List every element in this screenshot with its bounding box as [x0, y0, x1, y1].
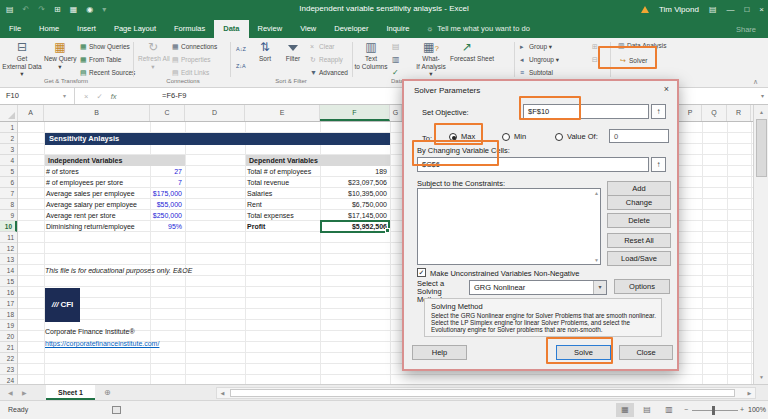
ungroup-button[interactable]: ◂Ungroup ▾ [520, 54, 559, 66]
options-button[interactable]: Options [614, 279, 670, 294]
table-row[interactable]: Total revenue$23,097,506 [247, 177, 387, 188]
table-row[interactable]: Diminishing return/employee95% [46, 221, 182, 232]
table-row[interactable]: Average salary per employee$55,000 [46, 199, 182, 210]
cell-value[interactable]: 189 [375, 166, 387, 177]
row-header-20[interactable]: 20 [0, 331, 17, 342]
scroll-down-icon[interactable]: ▼ [754, 371, 768, 383]
col-header-D[interactable]: D [185, 105, 245, 121]
forecast-sheet-button[interactable]: ↗ Forecast Sheet [450, 40, 484, 63]
row-header-14[interactable]: 14 [0, 265, 17, 276]
restore-button[interactable]: □ [744, 5, 749, 14]
row-header-15[interactable]: 15 [0, 276, 17, 287]
non-negative-checkbox[interactable]: ✓ [417, 268, 426, 277]
row-header-17[interactable]: 17 [0, 298, 17, 309]
row-header-21[interactable]: 21 [0, 342, 17, 353]
view-normal-icon[interactable]: ▦ [616, 403, 634, 417]
tab-file[interactable]: File [0, 20, 30, 38]
col-header-R[interactable]: R [727, 105, 751, 121]
tab-insert[interactable]: Insert [68, 20, 105, 38]
cell-value[interactable]: $175,000 [153, 188, 182, 199]
name-box-caret-icon[interactable]: ▾ [63, 88, 66, 104]
solving-method-dropdown[interactable]: GRG Nonlinear▾ [469, 280, 607, 295]
formula-input[interactable]: =F6-F9 [162, 88, 186, 104]
cell-banner-title[interactable]: Sensitivity Anlaysis [45, 133, 390, 145]
tab-view[interactable]: View [291, 20, 325, 38]
tab-developer[interactable]: Developer [325, 20, 377, 38]
range-selector-icon[interactable]: ↑ [651, 157, 666, 172]
select-all-corner[interactable] [0, 105, 18, 121]
table-row[interactable]: Average rent per store$250,000 [46, 210, 182, 221]
cell-value[interactable]: $6,750,000 [352, 199, 387, 210]
tab-home[interactable]: Home [30, 20, 68, 38]
col-header-B[interactable]: B [44, 105, 150, 121]
cell-label[interactable]: Rent [247, 199, 262, 210]
row-header-8[interactable]: 8 [0, 199, 17, 210]
connections-button[interactable]: ▦Connections [172, 41, 217, 53]
row-header-2[interactable]: 2 [0, 133, 17, 144]
close-button[interactable]: × [759, 5, 764, 14]
user-name[interactable]: Tim Vipond [659, 5, 699, 14]
insert-function-icon[interactable]: fx [111, 92, 117, 101]
sheet-tab-active[interactable]: Sheet 1 [46, 385, 95, 400]
flash-fill-button[interactable]: ▤ [392, 41, 400, 53]
enter-check-icon[interactable]: ✓ [96, 92, 102, 101]
tab-data[interactable]: Data [214, 20, 248, 38]
view-page-break-icon[interactable]: ▥ [660, 403, 678, 417]
tab-formulas[interactable]: Formulas [165, 20, 214, 38]
row-header-5[interactable]: 5 [0, 166, 17, 177]
from-table-button[interactable]: ▦From Table [80, 54, 121, 66]
load-save-button[interactable]: Load/Save [607, 251, 671, 266]
change-button[interactable]: Change [607, 195, 671, 210]
cell-independent-header[interactable]: Independent Variables [45, 155, 185, 166]
minimize-button[interactable]: — [726, 5, 734, 14]
view-page-layout-icon[interactable]: ▤ [638, 403, 656, 417]
cell-value[interactable]: $250,000 [153, 210, 182, 221]
remove-duplicates-button[interactable]: ▥ [392, 54, 400, 66]
radio-min[interactable]: Min [502, 132, 526, 141]
cell-value[interactable]: $23,097,506 [348, 177, 387, 188]
zoom-slider-track[interactable] [692, 410, 738, 411]
sort-button[interactable]: ⇅ Sort [252, 40, 278, 63]
cell-company-name[interactable]: Corporate Finance Institute® [45, 328, 135, 335]
table-row[interactable]: Rent$6,750,000 [247, 199, 387, 210]
cell-label[interactable]: Total expenses [247, 210, 294, 221]
zoom-out-icon[interactable]: − [684, 401, 688, 419]
cell-label[interactable]: Average rent per store [46, 210, 116, 221]
expand-formula-bar-icon[interactable]: ▾ [761, 88, 764, 104]
show-queries-button[interactable]: ▦Show Queries [80, 41, 130, 53]
cell-value[interactable]: $55,000 [157, 199, 182, 210]
sort-za-button[interactable]: Z↓A [236, 60, 246, 72]
tell-me-box[interactable]: ☼ Tell me what you want to do [418, 20, 537, 38]
properties-button[interactable]: ▤Properties [172, 54, 211, 66]
tab-scroll-left-icon[interactable]: ◀ [8, 385, 13, 401]
help-button[interactable]: Help [412, 345, 467, 360]
cell-label[interactable]: Average salary per employee [46, 199, 137, 210]
selected-cell-F10[interactable] [320, 220, 390, 233]
tab-scroll-right-icon[interactable]: ▶ [22, 385, 27, 401]
row-header-23[interactable]: 23 [0, 364, 17, 375]
tab-review[interactable]: Review [249, 20, 292, 38]
add-button[interactable]: Add [607, 181, 671, 196]
tab-page-layout[interactable]: Page Layout [105, 20, 165, 38]
hide-detail-button[interactable]: ⊟ [592, 54, 598, 66]
horizontal-scrollbar[interactable]: ◀ ▶ [216, 387, 756, 399]
subtotal-button[interactable]: ≡Subtotal [520, 67, 553, 79]
table-row[interactable]: # of stores27 [46, 166, 182, 177]
collapse-ribbon-icon[interactable]: ∧ [753, 78, 758, 86]
get-external-data-button[interactable]: ⊟ Get External Data ▾ [2, 40, 42, 78]
row-header-18[interactable]: 18 [0, 309, 17, 320]
sort-az-button[interactable]: A↓Z [236, 43, 246, 55]
row-header-10[interactable]: 10 [0, 221, 17, 232]
cell-label[interactable]: Profit [247, 221, 265, 232]
row-header-12[interactable]: 12 [0, 243, 17, 254]
row-header-9[interactable]: 9 [0, 210, 17, 221]
zoom-slider-thumb[interactable] [712, 406, 715, 415]
row-header-1[interactable]: 1 [0, 122, 17, 133]
show-detail-button[interactable]: ⊞ [592, 41, 598, 53]
cell-label[interactable]: Total revenue [247, 177, 289, 188]
reset-all-button[interactable]: Reset All [607, 233, 671, 248]
row-header-4[interactable]: 4 [0, 155, 17, 166]
row-header-6[interactable]: 6 [0, 177, 17, 188]
text-to-columns-button[interactable]: ▥ Text to Columns [354, 40, 388, 70]
row-header-22[interactable]: 22 [0, 353, 17, 364]
